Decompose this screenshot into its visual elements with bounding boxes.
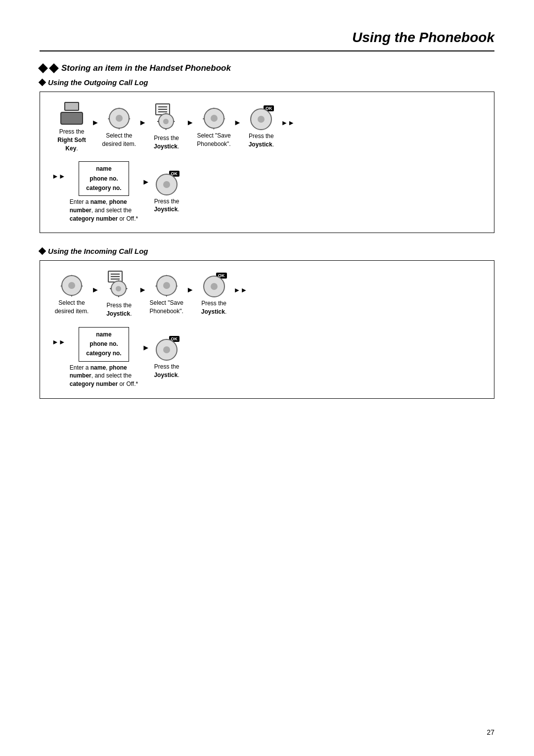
jm2-center — [116, 286, 121, 291]
arrow5: ► — [138, 178, 154, 206]
menu-joystick1-icon: ▲ ▼ ◄ ► — [153, 103, 180, 131]
incoming-flow-row2: ►► name phone no. category no. Enter a n… — [52, 327, 482, 388]
ok-joystick2-icon: OK — [154, 171, 179, 196]
incoming-diagram: ▲ ▼ ◄ ► Select thedesired item. ► — [40, 260, 494, 399]
outgoing-flow-row2: ►► name phone no. category no. Enter a n… — [52, 161, 482, 223]
joystick3-item: ▲ ▼ ◄ ► Select thedesired item. — [52, 273, 91, 316]
joystick2-item: ▲ ▼ ◄ ► Select "SavePhonebook". — [194, 106, 234, 148]
ok-j-center1 — [258, 116, 265, 123]
incoming-flow-row1: ▲ ▼ ◄ ► Select thedesired item. ► — [52, 271, 482, 318]
page-number: 27 — [487, 728, 494, 736]
diamond-icon-1 — [38, 63, 48, 73]
ok-j-center4 — [163, 346, 170, 353]
ok-joystick3-icon: OK — [201, 273, 227, 298]
joystick3-caption: Select thedesired item. — [55, 299, 89, 316]
input-box2: name phone no. category no. — [79, 327, 129, 362]
arrow1: ► — [91, 118, 99, 136]
input-box1: name phone no. category no. — [79, 161, 129, 196]
ok-j-circle3 — [203, 276, 225, 297]
menu2-line2 — [111, 276, 120, 277]
diamond-icon-3 — [39, 79, 46, 87]
double-arrow3: ►► — [234, 286, 248, 303]
joystick-under-menu2: ▲ ▼ ◄ ► — [109, 279, 129, 298]
ok-j-circle1 — [250, 108, 272, 130]
arrow7: ► — [139, 285, 147, 303]
rsk-caption: Press theRight SoftKey. — [57, 128, 86, 152]
ok-j-center3 — [211, 283, 218, 290]
ok-joystick3-item: OK Press theJoystick. — [194, 273, 234, 316]
ok-joystick3-caption: Press theJoystick. — [201, 299, 226, 316]
arrow9: ► — [138, 343, 154, 372]
ok-j-circle2 — [156, 174, 178, 195]
input-box-item1: name phone no. category no. Enter a name… — [70, 161, 138, 223]
menu-line2 — [158, 109, 167, 110]
page-title: Using the Phonebook — [40, 30, 494, 51]
input-caption2: Enter a name, phonenumber, and select th… — [70, 364, 138, 388]
row2-content: name phone no. category no. Enter a name… — [70, 161, 179, 223]
ok-joystick1-item: OK Press theJoystick. — [241, 105, 281, 149]
joystick2-icon: ▲ ▼ ◄ ► — [202, 106, 226, 131]
arrow2: ► — [139, 118, 147, 136]
j4-center — [163, 282, 170, 289]
j3-circle — [61, 275, 82, 296]
double-arrow1: ►► — [281, 119, 295, 136]
joystick1-icon: ▲ ▼ ◄ ► — [107, 106, 132, 131]
input2-line1: name — [86, 330, 121, 339]
joystick3-icon: ▲ ▼ ◄ ► — [59, 273, 84, 298]
input-box-item2: name phone no. category no. Enter a name… — [70, 327, 138, 388]
j4-circle — [156, 275, 177, 296]
menu2-line1 — [111, 274, 120, 275]
j-circle — [109, 108, 130, 129]
ok-joystick1-caption: Press theJoystick. — [249, 132, 274, 149]
input2-line3: category no. — [86, 349, 121, 358]
ok-joystick4-item: OK Press theJoystick. — [154, 336, 179, 379]
joystick4-caption: Select "SavePhonebook". — [150, 299, 183, 316]
menu-joystick2-item: ▲ ▼ ◄ ► Press theJoystick. — [99, 271, 139, 318]
joystick1-item: ▲ ▼ ◄ ► Select thedesired item. — [99, 106, 139, 148]
j2-circle — [204, 108, 224, 129]
right-soft-key-item: Press theRight SoftKey. — [52, 102, 91, 152]
menu-joystick2-caption: Press theJoystick. — [106, 301, 132, 318]
input-line2: phone no. — [86, 174, 121, 184]
incoming-call-log-title: Using the Incoming Call Log — [40, 247, 494, 255]
diamond-icon-4 — [39, 247, 46, 255]
rsk-screen-icon — [64, 102, 79, 111]
double-arrow2: ►► — [52, 161, 70, 180]
arrow4: ► — [234, 118, 242, 136]
menu-joystick1-caption: Press theJoystick. — [154, 134, 179, 151]
double-arrow4: ►► — [52, 327, 70, 346]
outgoing-flow-row1: Press theRight SoftKey. ► ▲ ▼ ◄ ► Select… — [52, 102, 482, 152]
ok-joystick1-icon: OK — [248, 105, 274, 131]
jm-circle — [158, 113, 174, 129]
ok-j-circle4 — [156, 339, 178, 361]
row2-content-inc: name phone no. category no. Enter a name… — [70, 327, 179, 388]
menu-joystick2-icon: ▲ ▼ ◄ ► — [106, 271, 133, 298]
outgoing-call-log-title: Using the Outgoing Call Log — [40, 78, 494, 87]
ok-joystick4-caption: Press theJoystick. — [154, 363, 179, 379]
joystick4-icon: ▲ ▼ ◄ ► — [154, 273, 179, 298]
arrow3: ► — [186, 118, 194, 136]
input-caption1: Enter a name, phonenumber, and select th… — [70, 198, 138, 223]
input2-line2: phone no. — [86, 339, 121, 349]
joystick1-caption: Select thedesired item. — [102, 132, 136, 148]
ok-joystick4-icon: OK — [154, 336, 179, 362]
j-center — [116, 115, 123, 122]
arrow8: ► — [186, 285, 194, 303]
menu-line1 — [158, 106, 167, 107]
input-line3: category no. — [86, 184, 121, 193]
joystick4-item: ▲ ▼ ◄ ► Select "SavePhonebook". — [147, 273, 186, 316]
diamond-icon-2 — [49, 63, 59, 73]
rsk-body-icon — [60, 112, 83, 125]
outgoing-diagram: Press theRight SoftKey. ► ▲ ▼ ◄ ► Select… — [40, 92, 494, 233]
ok-joystick2-item: OK Press theJoystick. — [154, 171, 179, 214]
jm2-circle — [111, 281, 127, 296]
page: Using the Phonebook Storing an item in t… — [0, 0, 534, 756]
ok-joystick2-caption: Press theJoystick. — [154, 197, 179, 214]
jm-center — [163, 119, 169, 124]
joystick2-caption: Select "SavePhonebook". — [197, 132, 230, 148]
arrow6: ► — [91, 285, 99, 303]
j2-center — [211, 115, 218, 122]
main-section-title: Storing an item in the Handset Phonebook — [40, 63, 494, 73]
j3-center — [68, 282, 75, 289]
menu-joystick1-item: ▲ ▼ ◄ ► Press theJoystick. — [147, 103, 186, 151]
